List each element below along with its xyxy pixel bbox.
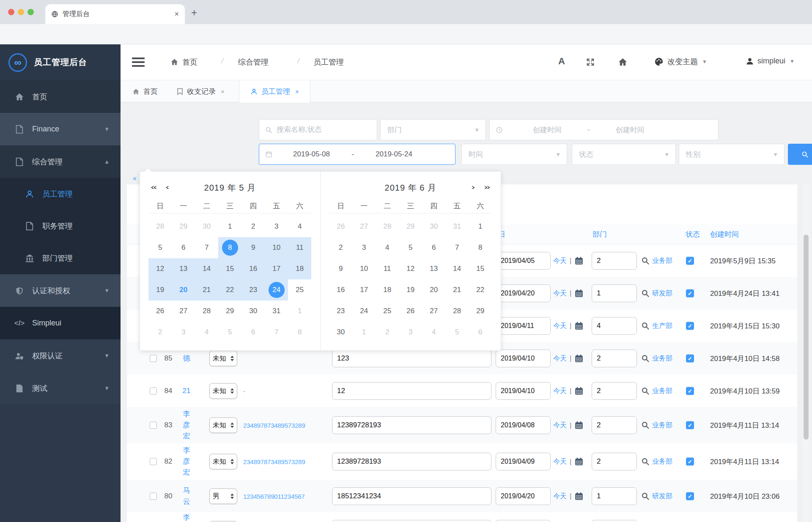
- dept-id-input[interactable]: [592, 252, 637, 270]
- dept-lookup-icon[interactable]: [641, 322, 650, 330]
- calendar-day[interactable]: 13: [422, 258, 445, 279]
- phone-input[interactable]: [332, 453, 491, 470]
- theme-switcher[interactable]: 改变主题 ▼: [654, 57, 707, 67]
- calendar-day[interactable]: 20: [422, 279, 445, 301]
- calendar-day[interactable]: 17: [265, 258, 288, 279]
- status-checkbox[interactable]: ✓: [686, 458, 694, 466]
- calendar-button-icon[interactable]: [574, 386, 584, 396]
- calendar-day[interactable]: 29: [469, 301, 492, 322]
- calendar-day[interactable]: 24: [352, 301, 376, 322]
- prev-month-icon[interactable]: ‹: [166, 183, 169, 191]
- dept-lookup-icon[interactable]: [641, 354, 650, 363]
- window-close-button[interactable]: [8, 9, 14, 15]
- calendar-button-icon[interactable]: [574, 421, 584, 430]
- calendar-day[interactable]: 19: [148, 279, 172, 301]
- sidebar-item-employee-mgmt[interactable]: 员工管理: [0, 178, 121, 210]
- calendar-day[interactable]: 22: [218, 279, 241, 301]
- calendar-day[interactable]: 1: [218, 216, 241, 237]
- dept-id-input[interactable]: [592, 284, 637, 302]
- time-select[interactable]: 时间 ▼: [461, 144, 567, 165]
- employee-name-link[interactable]: 李彦宏: [181, 512, 192, 522]
- calendar-day[interactable]: 23: [241, 279, 265, 301]
- gender-select[interactable]: 男: [209, 488, 237, 504]
- dept-lookup-icon[interactable]: [641, 421, 650, 429]
- sidebar-item-permission-auth[interactable]: 权限认证 ▼: [0, 339, 121, 372]
- employee-name-link[interactable]: 德: [181, 353, 192, 364]
- calendar-day[interactable]: 20: [172, 279, 195, 301]
- today-link[interactable]: 今天: [553, 289, 567, 298]
- today-link[interactable]: 今天: [553, 256, 567, 265]
- dept-id-input[interactable]: [592, 487, 637, 505]
- calendar-day[interactable]: 7: [195, 237, 218, 258]
- calendar-day-selected[interactable]: 8: [218, 237, 241, 258]
- row-select-checkbox[interactable]: [150, 458, 157, 465]
- phone-input[interactable]: [332, 487, 491, 505]
- new-tab-button[interactable]: +: [191, 8, 197, 18]
- calendar-day[interactable]: 30: [195, 216, 218, 237]
- calendar-day[interactable]: 31: [445, 216, 469, 237]
- calendar-day[interactable]: 8: [288, 322, 311, 343]
- calendar-day[interactable]: 5: [148, 237, 172, 258]
- calendar-day[interactable]: 27: [352, 216, 376, 237]
- calendar-day[interactable]: 1: [469, 216, 492, 237]
- column-header-status[interactable]: 状态: [686, 230, 700, 239]
- calendar-day[interactable]: 29: [399, 216, 422, 237]
- calendar-day[interactable]: 28: [148, 216, 172, 237]
- calendar-day[interactable]: 3: [172, 322, 195, 343]
- today-link[interactable]: 今天: [553, 492, 567, 500]
- calendar-day[interactable]: 12: [148, 258, 172, 279]
- status-checkbox[interactable]: ✓: [686, 421, 694, 429]
- page-tab-home[interactable]: 首页: [125, 80, 165, 102]
- calendar-day[interactable]: 23: [329, 301, 352, 322]
- id-number-link[interactable]: 234897873489573289: [243, 458, 330, 465]
- scroll-left-icon[interactable]: «: [133, 175, 137, 182]
- calendar-day[interactable]: 14: [195, 258, 218, 279]
- dept-link[interactable]: 业务部: [652, 256, 672, 265]
- calendar-day[interactable]: 14: [445, 258, 469, 279]
- date-range-picker-focused[interactable]: 2019-05-08 - 2019-05-24: [259, 144, 455, 165]
- today-link[interactable]: 今天: [553, 421, 567, 430]
- dept-id-input[interactable]: [592, 382, 637, 400]
- calendar-day[interactable]: 13: [172, 258, 195, 279]
- dept-lookup-icon[interactable]: [641, 289, 650, 298]
- calendar-day[interactable]: 5: [399, 237, 422, 258]
- status-checkbox[interactable]: ✓: [686, 322, 694, 330]
- phone-input[interactable]: [332, 416, 491, 434]
- tab-close-icon[interactable]: ×: [174, 10, 179, 19]
- column-header-dept[interactable]: 部门: [593, 230, 607, 239]
- calendar-button-icon[interactable]: [574, 457, 584, 467]
- calendar-day[interactable]: 7: [445, 237, 469, 258]
- calendar-day[interactable]: 15: [469, 258, 492, 279]
- search-input-box[interactable]: [259, 119, 377, 140]
- sidebar-item-test[interactable]: 测试 ▼: [0, 372, 121, 404]
- calendar-day[interactable]: 5: [445, 322, 469, 343]
- dept-id-input[interactable]: [592, 317, 637, 335]
- calendar-day[interactable]: 15: [218, 258, 241, 279]
- breadcrumb-item[interactable]: 员工管理: [313, 57, 344, 67]
- hire-date-input[interactable]: [496, 453, 551, 470]
- search-button[interactable]: 搜索: [788, 144, 812, 165]
- calendar-day[interactable]: 3: [399, 322, 422, 343]
- hire-date-input[interactable]: [496, 317, 551, 335]
- gender-select[interactable]: 未知: [209, 350, 237, 366]
- calendar-day[interactable]: 27: [172, 301, 195, 322]
- calendar-day[interactable]: 1: [352, 322, 376, 343]
- calendar-button-icon[interactable]: [574, 353, 584, 363]
- calendar-day[interactable]: 6: [172, 237, 195, 258]
- scrollbar-thumb[interactable]: [804, 235, 809, 440]
- employee-name-link[interactable]: 李彦宏: [181, 445, 192, 478]
- dept-lookup-icon[interactable]: [641, 457, 650, 466]
- calendar-day[interactable]: 12: [399, 258, 422, 279]
- calendar-day[interactable]: 9: [329, 258, 352, 279]
- calendar-day[interactable]: 2: [148, 322, 172, 343]
- dept-lookup-icon[interactable]: [641, 387, 650, 395]
- row-select-checkbox[interactable]: [150, 355, 157, 362]
- calendar-day[interactable]: 28: [195, 301, 218, 322]
- sidebar-item-position-mgmt[interactable]: 职务管理: [0, 210, 121, 242]
- gender-select-filter[interactable]: 性别 ▼: [679, 144, 785, 165]
- next-month-icon[interactable]: ›: [472, 183, 475, 191]
- calendar-day[interactable]: 10: [352, 258, 376, 279]
- calendar-day[interactable]: 21: [445, 279, 469, 301]
- calendar-day[interactable]: 18: [288, 258, 311, 279]
- column-header-created[interactable]: 创建时间: [710, 230, 739, 239]
